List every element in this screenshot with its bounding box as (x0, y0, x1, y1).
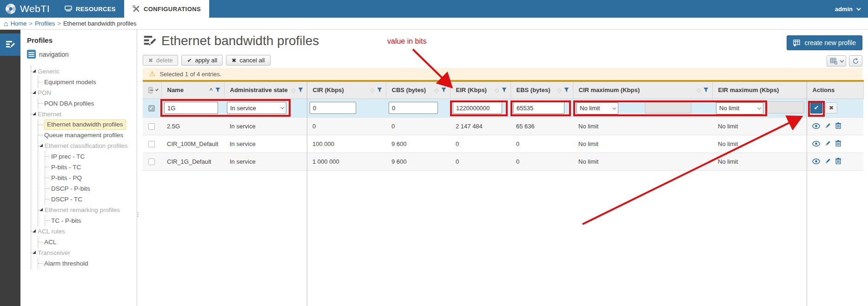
tree-node-acl[interactable]: ACL (38, 237, 134, 247)
tree-node-p-bits-tc[interactable]: P-bits - TC (45, 162, 134, 173)
tree-node-ethernet-classification-profiles[interactable]: Ethernet classification profiles (38, 140, 134, 151)
edit-name-input[interactable] (164, 102, 218, 114)
column-header-ebs[interactable]: EBS (bytes)◇ (510, 81, 573, 99)
tree-expander-icon[interactable] (40, 208, 43, 211)
tree-node-alarm-threshold[interactable]: Alarm threshold (38, 258, 134, 269)
tree-node-queue-management-profiles[interactable]: Queue management profiles (38, 130, 134, 140)
sort-icon[interactable]: ◇ (291, 87, 295, 93)
tree-expander-icon[interactable] (33, 91, 36, 94)
filter-funnel-icon[interactable] (703, 87, 709, 93)
view-row-button[interactable] (812, 141, 820, 146)
tree-item: TC - P-bits (45, 215, 134, 226)
row-checkbox[interactable] (148, 141, 155, 147)
tree-node-generic[interactable]: Generic (31, 66, 134, 77)
brand[interactable]: WebTI (0, 0, 56, 18)
row-checkbox[interactable] (148, 105, 155, 112)
refresh-button[interactable] (849, 55, 862, 67)
edit-row-button[interactable] (825, 140, 831, 146)
edit-eir-max-value-input[interactable] (767, 101, 804, 113)
column-header-label: Administrative state (230, 86, 292, 93)
sidebar-resize-handle[interactable]: ⋮ (135, 213, 141, 215)
filter-funnel-icon[interactable] (502, 87, 507, 93)
tree-node-dscp-p-bits[interactable]: DSCP - P-bits (45, 183, 134, 194)
apply-all-button[interactable]: ✔ apply all (181, 55, 223, 66)
tree-expander-icon[interactable] (33, 69, 36, 73)
delete-row-button[interactable] (835, 122, 841, 129)
delete-button[interactable]: ✖ delete (143, 55, 178, 66)
tree-node-transceiver[interactable]: Transceiver (31, 247, 134, 258)
create-new-profile-button[interactable]: create new profile (787, 35, 862, 50)
tree-node-p-bits-pq[interactable]: P-bits - PQ (45, 173, 134, 183)
tree-node-ethernet-bandwidth-profiles[interactable]: Ethernet bandwidth profiles (38, 120, 134, 130)
tree-expander-icon[interactable] (33, 251, 36, 254)
tree-node-acl-rules[interactable]: ACL rules (31, 226, 134, 237)
edit-cir-max-value-input[interactable] (645, 101, 691, 113)
column-header-cir[interactable]: CIR (Kbps)◇ (307, 81, 386, 99)
column-header-cir-max[interactable]: CIR maximum (Kbps)◇ (573, 81, 712, 99)
tree-node-ethernet-remarking-profiles[interactable]: Ethernet remarking profiles (38, 205, 134, 215)
column-header-eir[interactable]: EIR (Kbps)◇ (450, 81, 510, 99)
user-menu[interactable]: admin (827, 0, 868, 18)
column-header-label: EBS (bytes) (517, 86, 557, 93)
tree-expander-icon[interactable] (40, 144, 43, 147)
cancel-row-button[interactable]: ✖ (825, 102, 837, 113)
tree-node-dscp-tc[interactable]: DSCP - TC (45, 194, 134, 205)
view-row-button[interactable] (812, 159, 820, 164)
table-row-cir-1g-default: CIR_1G_DefaultIn service1 000 0009 60000… (143, 153, 863, 170)
tree-node-tc-p-bits[interactable]: TC - P-bits (45, 215, 134, 226)
filter-funnel-icon[interactable] (377, 87, 382, 93)
edit-eir-input[interactable] (453, 102, 502, 114)
edit-cir-max-select[interactable]: No limit (576, 102, 618, 114)
delete-row-button[interactable] (835, 140, 841, 146)
breadcrumb-home[interactable]: Home (11, 20, 27, 27)
filter-funnel-icon[interactable] (441, 87, 446, 93)
nav-configurations[interactable]: CONFIGURATIONS (124, 0, 209, 18)
edit-cir-input[interactable] (310, 102, 356, 114)
tree-expander-icon[interactable] (33, 229, 36, 233)
column-header-name[interactable]: Name^ (161, 81, 224, 99)
sidebar-navigation[interactable]: navigation (27, 50, 134, 59)
column-header-cbs[interactable]: CBS (bytes)◇ (386, 81, 450, 99)
table-settings-button[interactable] (827, 55, 846, 67)
tree-node-ethernet[interactable]: Ethernet (31, 109, 134, 120)
tree-node-pon[interactable]: PON (31, 87, 134, 98)
tree-node-equipment-models[interactable]: Equipment models (38, 77, 134, 87)
chevron-down-icon[interactable] (155, 88, 159, 91)
view-row-button[interactable] (812, 123, 820, 129)
apply-row-button[interactable]: ✔ (810, 102, 822, 113)
sort-icon[interactable]: ◇ (557, 87, 561, 93)
edit-eir-max-select[interactable]: No limit (716, 102, 763, 114)
row-checkbox[interactable] (148, 123, 155, 130)
filter-funnel-icon[interactable] (298, 87, 303, 93)
filter-funnel-icon[interactable] (215, 87, 220, 93)
sort-icon[interactable]: ◇ (696, 87, 701, 93)
sort-icon[interactable]: ◇ (370, 87, 374, 93)
tree-node-label: Ethernet (38, 109, 61, 120)
tree-node-label: ACL (44, 237, 56, 247)
filter-funnel-icon[interactable] (564, 87, 569, 93)
edit-cbs-input[interactable] (389, 102, 438, 114)
row-checkbox[interactable] (148, 159, 155, 165)
tree-node-pon-dba-profiles[interactable]: PON DBA profiles (38, 98, 134, 109)
tree-connector (38, 242, 43, 242)
cancel-all-button[interactable]: ✖ cancel all (226, 55, 270, 66)
table-row-cir-100m-default: CIR_100M_DefaultIn service100 0009 60000… (143, 135, 863, 153)
delete-row-button[interactable] (835, 158, 841, 164)
refresh-icon (852, 58, 859, 65)
select-all-checkbox[interactable] (148, 87, 152, 93)
column-header-admin-state[interactable]: Administrative state◇ (224, 81, 307, 99)
sort-icon[interactable]: ◇ (434, 87, 438, 93)
tree-expander-icon[interactable] (33, 112, 36, 115)
nav-resources[interactable]: RESOURCES (56, 0, 124, 18)
sort-icon[interactable]: ◇ (495, 87, 499, 93)
tree-item: Queue management profiles (38, 130, 134, 140)
tree-item: PONPON DBA profiles (31, 87, 134, 109)
breadcrumb-profiles[interactable]: Profiles (35, 20, 55, 27)
profiles-module-tile[interactable] (0, 33, 20, 56)
edit-row-button[interactable] (825, 158, 831, 164)
edit-admin-state-select[interactable]: In service (227, 102, 286, 114)
sort-ascending-icon[interactable]: ^ (209, 87, 212, 93)
tree-node-ip-prec-tc[interactable]: IP prec - TC (45, 151, 134, 162)
edit-ebs-input[interactable] (513, 102, 564, 114)
edit-row-button[interactable] (825, 123, 831, 129)
